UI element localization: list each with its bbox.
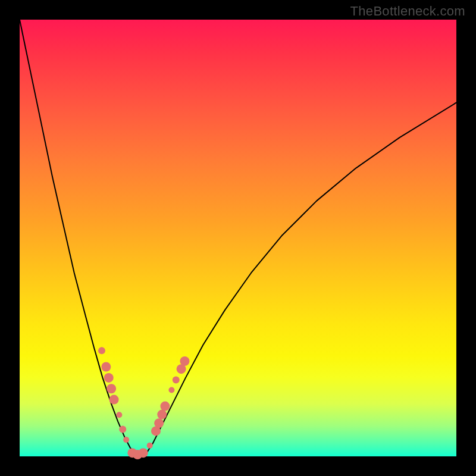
data-point xyxy=(173,377,180,384)
data-point xyxy=(147,443,153,449)
data-point xyxy=(109,395,119,405)
data-point xyxy=(168,387,174,393)
chart-frame: TheBottleneck.com xyxy=(0,0,476,476)
series-bottleneck-curve xyxy=(20,20,456,456)
data-point xyxy=(104,373,114,383)
data-point xyxy=(116,412,122,418)
data-point xyxy=(119,425,126,433)
curve-layer xyxy=(20,20,456,456)
data-point xyxy=(123,437,129,443)
data-point xyxy=(98,347,105,354)
data-point xyxy=(154,418,164,428)
data-point xyxy=(107,384,116,393)
marker-layer xyxy=(98,347,189,459)
data-point xyxy=(101,362,111,372)
data-point xyxy=(160,402,170,411)
watermark-text: TheBottleneck.com xyxy=(350,4,465,19)
data-point xyxy=(180,356,189,366)
data-point xyxy=(157,410,167,419)
chart-overlay xyxy=(20,20,456,456)
data-point xyxy=(139,448,148,458)
